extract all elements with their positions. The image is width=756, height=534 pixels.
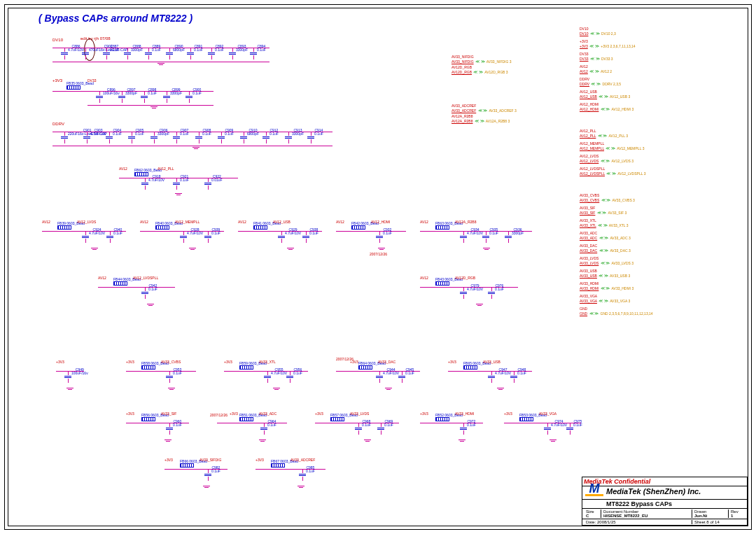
offpage-AV33_ADC: AV33_ADCAV33_ADC ≪ ≫ AV33_ADC 3: [580, 231, 741, 244]
edit-note: edit by rjh 07/08: [80, 36, 111, 41]
cap-C898: C8980.1uF: [139, 91, 149, 103]
title-block: MediaTek Confidential M MediaTek (ShenZh…: [582, 477, 748, 526]
net-dv33: DV33: [88, 78, 97, 83]
cap-C913: C9133300pF: [284, 132, 293, 143]
offpage-DV33: DV33DV33 ≪ ≫ DV33 3: [580, 52, 741, 64]
offpage-AV33_LVDS: AV33_LVDSAV33_LVDS ≪ ≫ AV33_LVDS 3: [580, 256, 741, 269]
bead-fb59: FB59 0603_Bead: [239, 365, 253, 370]
cap-C982: C9820.1uF: [203, 469, 213, 481]
offpage-AV12A_R2B8: AV12A_R2B8AV12A_R2B8 ≪ ≫ AV12A_R2B8 3: [451, 114, 570, 123]
bead-fb58: FB58 0603_Bead: [141, 365, 155, 370]
cap-C909: C9090.1uF: [216, 132, 226, 143]
offpage-AV12_HDMI: AV12_HDMIAV12_HDMI ≪ ≫ AV12_HDMI 3: [580, 102, 741, 115]
cap-C975: C9750.1uF: [565, 423, 575, 435]
cap-C908: C9080.1uF: [194, 132, 204, 143]
offpage-AV33_ADCREF: AV33_ADCREFAV33_ADCREF ≪ ≫ AV33_ADCREF 3: [451, 104, 570, 113]
company-name: MediaTek (ShenZhen) Inc.: [606, 487, 701, 498]
offpage-AV12_LVDS: AV12_LVDSAV12_LVDS ≪ ≫ AV12_LVDS 3: [580, 154, 741, 167]
group-row8: +3V3 FB58 0603_Bead AV33_CVBS C9530.1uF …: [126, 364, 546, 396]
cap-C942: C9420.1uF: [140, 287, 150, 299]
cap-C890: C8906800pF: [164, 48, 174, 59]
cap-C960: C9600.1uF: [164, 423, 174, 435]
group-lvdspll: AV12 FB44 0603_Bead AV12_LVDSPLL C9420.1…: [98, 280, 182, 309]
bead-fb35: FB35 0603_Bead: [66, 85, 80, 90]
cap-C888: C8883300pF: [122, 48, 132, 59]
group-ddrv: DDRV C901220uF16v-LowESR-CAPC9034.7uF/10…: [52, 126, 332, 154]
cap-C905: C9050.1uF: [127, 132, 136, 143]
offpage-AV12_LVDSPLL: AV12_LVDSPLLAV12_LVDSPLL ≪ ≫ AV12_LVDSPL…: [580, 167, 741, 179]
cap-C956: C9560.1uF: [285, 371, 295, 383]
cap-C932: C9320.1uF: [374, 231, 384, 243]
bead-fb40: FB40 0603_Bead: [155, 225, 169, 230]
offpage-connectors-left: AV33_NIFDIGAV33_NIFDIG ≪ ≫ AV33_NIFDIG 3…: [451, 55, 570, 125]
cap-C947: C9474.7uF/10V: [486, 371, 496, 383]
date-note-1: 2007/12/26: [370, 252, 387, 256]
cap-C968: C9680.1uF: [354, 423, 363, 435]
cap-C918: C9184.7uF/10V: [140, 178, 150, 190]
group-av12d-rgb: AV12 FB43 0603_Bead AV12D_RGB C9794.7uF/…: [420, 280, 525, 309]
offpage-AV33_SIF: AV33_SIFAV33_SIF ≪ ≫ AV33_SIF 3: [580, 206, 741, 218]
group-c949: +3V3 C949100uF/16v: [56, 364, 98, 393]
bead-fb53: FB53 0603_Bead: [519, 417, 533, 421]
cap-C974: C9744.7uF/10V: [542, 423, 552, 435]
cap-C893: C8933300pF: [227, 48, 237, 59]
offpage-connectors-right: DV10DV10 ≪ ≫ DV10 2,3+3V3+3V3 ≪ ≫ +3V3 2…: [580, 27, 741, 319]
offpage-GND: GNDGND ≪ ≫ GND 2,3,5,6,7,8,9,10,11,12,13…: [580, 307, 741, 319]
cap-C904: C9040.1uF: [104, 132, 114, 143]
cap-C935: C9350.1uF: [481, 231, 491, 243]
rail-dv10: DV10: [52, 38, 63, 42]
rail-av12-a: AV12: [119, 167, 127, 171]
offpage-+3V3: +3V3+3V3 ≪ ≫ +3V3 2,3,6,7,11,13,14: [580, 39, 741, 52]
cap-C929: C9294.7uF/10V: [276, 231, 286, 243]
bead-fb39: FB39 0603_Bead: [57, 225, 71, 230]
offpage-AV33_CVBS: AV33_CVBSAV33_CVBS ≪ ≫ AV33_CVBS 3: [580, 193, 741, 206]
offpage-AV12_MEMPLL: AV12_MEMPLLAV12_MEMPLL ≪ ≫ AV12_MEMPLL 3: [580, 141, 741, 154]
cap-C900: C9000.1uF: [184, 91, 194, 103]
group-row10: +3V3 FB66 0603_Bead AV33_SIFDIG C9820.1u…: [164, 462, 346, 493]
sheet-title: MT8222 Bypass CAPs: [606, 500, 672, 507]
cap-C924: C9244.7uF/10V: [80, 231, 90, 243]
confidential-label: MediaTek Confidential: [582, 477, 747, 486]
cap-C955: C9554.7uF/10V: [262, 371, 272, 383]
offpage-AV12_PLL: AV12_PLLAV12_PLL ≪ ≫ AV12_PLL 3: [580, 129, 741, 141]
bead-fb56: FB56 0603_Bead: [141, 417, 155, 421]
cap-C903: C9034.7uF/10V: [82, 132, 92, 143]
offpage-AV33_NIFDIG: AV33_NIFDIGAV33_NIFDIG ≪ ≫ AV33_NIFDIG 3: [451, 55, 570, 64]
cap-C976: C9760.1uF: [486, 287, 496, 299]
group-3v3: +3V3 FB35 0603_Bead DV33 C896100uF/16vC8…: [52, 83, 234, 113]
offpage-AV33_USB: AV33_USBAV33_USB ≪ ≫ AV33_USB 3: [580, 269, 741, 281]
offpage-AV33_DAC: AV33_DACAV33_DAC ≪ ≫ AV33_DAC 3: [580, 244, 741, 256]
cap-C891: C8910.1uF: [186, 48, 195, 59]
group-row9: +3V3 FB56 0603_Bead AV33_SIF C9600.1uF 2…: [126, 416, 567, 448]
cap-C894: C8940.1uF: [248, 48, 258, 59]
bead-fb42: FB42 0603_Bead: [351, 225, 365, 230]
cap-C972: C9720.1uF: [458, 423, 468, 435]
cap-C889: C8890.1uF: [144, 48, 153, 59]
offpage-AV33_HDMI: AV33_HDMIAV33_HDMI ≪ ≫ AV33_HDMI 3: [580, 281, 741, 294]
cap-C928: C9284.7uF/10V: [178, 231, 188, 243]
bead-fb57: FB57 0603_Bead: [330, 417, 344, 421]
cap-C914: C9140.1uF: [306, 132, 316, 143]
cap-C897: C8973300pF: [117, 91, 127, 103]
cap-C912: C9120.1uF: [261, 132, 271, 143]
cap-C902: C902470uF16v-LowESR-CAP: [80, 48, 90, 59]
group-av12-pll: AV12 FB62 0603_Bead AV12_PLL C9184.7uF/1…: [119, 171, 245, 200]
cap-C922: C9220.01uF: [203, 178, 213, 190]
bead-fb51: FB51 0603_Bead: [239, 417, 253, 421]
rail-3v3: +3V3: [52, 78, 62, 83]
cap-C899: C8993300pF: [162, 91, 172, 103]
cap-C948: C9480.1uF: [509, 371, 519, 383]
cap-C945: C9450.1uF: [397, 371, 407, 383]
cap-C934: C9344.7uF/10V: [458, 231, 468, 243]
group-dv10: DV10 C8864.7uF/10VC902470uF16v-LowESR-CA…: [52, 42, 270, 70]
cap-C906: C9063300pF: [149, 132, 159, 143]
cap-C979: C9794.7uF/10V: [458, 287, 468, 299]
offpage-DV10: DV10DV10 ≪ ≫ DV10 2,3: [580, 27, 741, 39]
rail-ddrv: DDRV: [52, 122, 64, 126]
offpage-AV12: AV12AV12 ≪ ≫ AV12 2: [580, 64, 741, 77]
bead-fb52: FB52 0603_Bead: [435, 417, 449, 421]
cap-C901: C901220uF16v-LowESR-CAP: [59, 132, 69, 143]
cap-C886: C8864.7uF/10V: [59, 48, 69, 59]
offpage-AV12D_RGB: AV12D_RGBAV12D_RGB ≪ ≫ AV12D_RGB 3: [451, 65, 570, 74]
cap-C964: C9640.1uF: [259, 423, 269, 435]
